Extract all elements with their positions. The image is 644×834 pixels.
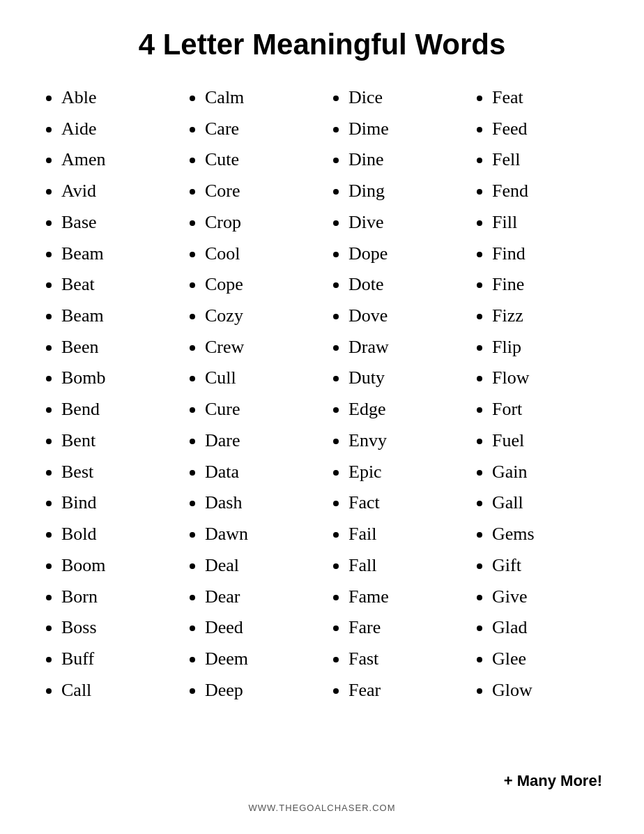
list-item: Bind [61,487,171,519]
list-item: Data [205,457,315,488]
list-item: Feat [492,82,602,114]
list-item: Born [61,582,171,613]
list-item: Edge [348,394,459,425]
list-item: Fact [348,487,459,519]
list-item: Cool [205,238,315,270]
list-item: Beam [61,301,171,332]
list-item: Dote [348,269,459,301]
list-item: Envy [348,425,459,457]
word-column-4: FeatFeedFellFendFillFindFineFizzFlipFlow… [466,82,609,765]
list-item: Deep [205,675,315,706]
list-item: Bold [61,519,171,550]
list-item: Fall [348,550,459,582]
list-item: Gems [492,519,602,550]
list-item: Deal [205,550,315,582]
list-item: Find [492,238,602,270]
list-item: Dine [348,144,459,176]
list-item: Give [492,582,602,613]
website-label: WWW.THEGOALCHASER.COM [35,803,609,813]
list-item: Amen [61,144,171,176]
list-item: Dawn [205,519,315,550]
list-item: Deem [205,644,315,675]
list-item: Buff [61,644,171,675]
list-item: Glad [492,612,602,644]
list-item: Bent [61,425,171,457]
list-item: Dare [205,425,315,457]
list-item: Fast [348,644,459,675]
list-item: Best [61,457,171,488]
list-item: Duty [348,363,459,394]
list-item: Feed [492,114,602,145]
list-item: Been [61,332,171,363]
list-item: Cute [205,144,315,176]
list-item: Aide [61,114,171,145]
list-item: Gift [492,550,602,582]
list-item: Boom [61,550,171,582]
list-item: Deed [205,612,315,644]
list-item: Fell [492,144,602,176]
list-item: Fizz [492,301,602,332]
list-item: Fort [492,394,602,425]
list-item: Bomb [61,363,171,394]
list-item: Glow [492,675,602,706]
list-item: Bend [61,394,171,425]
list-item: Beam [61,238,171,270]
page-title: 4 Letter Meaningful Words [139,28,506,61]
list-item: Fear [348,675,459,706]
list-item: Gall [492,487,602,519]
list-item: Call [61,675,171,706]
list-item: Epic [348,457,459,488]
list-item: Cure [205,394,315,425]
list-item: Dear [205,582,315,613]
list-item: Crop [205,207,315,238]
list-item: Flow [492,363,602,394]
list-item: Beat [61,269,171,301]
many-more-label: + Many More! [35,772,602,790]
word-column-2: CalmCareCuteCoreCropCoolCopeCozyCrewCull… [178,82,322,765]
list-item: Draw [348,332,459,363]
list-item: Dove [348,301,459,332]
list-item: Gain [492,457,602,488]
list-item: Dice [348,82,459,114]
list-item: Fine [492,269,602,301]
list-item: Calm [205,82,315,114]
list-item: Avid [61,176,171,207]
footer-section: + Many More! [35,772,609,790]
list-item: Glee [492,644,602,675]
list-item: Crew [205,332,315,363]
list-item: Fail [348,519,459,550]
list-item: Cope [205,269,315,301]
word-column-1: AbleAideAmenAvidBaseBeamBeatBeamBeenBomb… [35,82,178,765]
list-item: Base [61,207,171,238]
list-item: Dive [348,207,459,238]
list-item: Boss [61,612,171,644]
list-item: Cozy [205,301,315,332]
list-item: Fare [348,612,459,644]
list-item: Dash [205,487,315,519]
list-item: Flip [492,332,602,363]
list-item: Fill [492,207,602,238]
list-item: Core [205,176,315,207]
word-grid: AbleAideAmenAvidBaseBeamBeatBeamBeenBomb… [35,82,609,765]
list-item: Cull [205,363,315,394]
list-item: Fuel [492,425,602,457]
list-item: Ding [348,176,459,207]
list-item: Able [61,82,171,114]
word-column-3: DiceDimeDineDingDiveDopeDoteDoveDrawDuty… [322,82,466,765]
list-item: Fend [492,176,602,207]
list-item: Dope [348,238,459,270]
list-item: Care [205,114,315,145]
list-item: Fame [348,582,459,613]
list-item: Dime [348,114,459,145]
